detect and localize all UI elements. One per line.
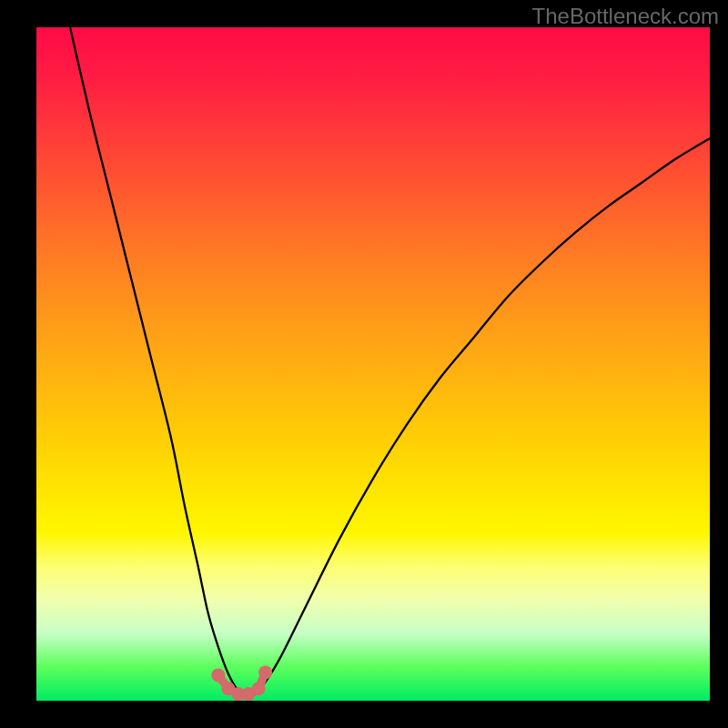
curve-svg [36, 27, 710, 701]
chart-plot-area [36, 27, 710, 701]
optimal-marker [211, 668, 225, 682]
optimal-marker [252, 682, 266, 695]
optimal-marker [258, 665, 272, 679]
bottleneck-curve [70, 27, 710, 695]
watermark-text: TheBottleneck.com [532, 4, 719, 29]
